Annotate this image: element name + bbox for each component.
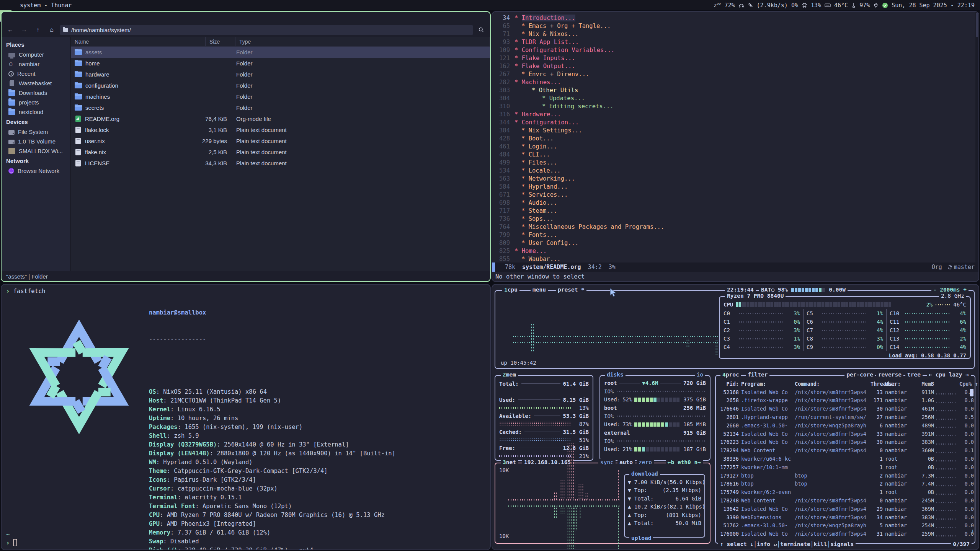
net-zero-button[interactable]: zero <box>637 459 654 465</box>
network-link-icon[interactable] <box>748 2 753 8</box>
org-heading-line[interactable]: 825 * Home... <box>495 247 978 255</box>
volume-level[interactable]: 72% <box>725 2 735 9</box>
org-heading-line[interactable]: 584 * Hyprland... <box>495 183 978 191</box>
org-heading-line[interactable]: 344 * Configuration... <box>495 119 978 127</box>
process-row[interactable]: 177257kworker/10:1-mm_ 1 root0B 0.0 <box>719 463 972 471</box>
sidebar-item[interactable]: Recent <box>2 69 70 78</box>
org-heading-line[interactable]: 316 * Hardware... <box>495 111 978 119</box>
proc-key-hints[interactable]: ↑ select ↓│info ↵│terminate│kill│signals <box>718 541 856 547</box>
net-auto-button[interactable]: auto <box>617 459 635 465</box>
org-heading-line[interactable]: 310 * Editing secrets... <box>495 103 978 111</box>
net-sync-button[interactable]: sync <box>598 459 616 465</box>
file-row[interactable]: hardware Folder <box>71 69 490 80</box>
sidebar-item[interactable]: Computer <box>2 50 70 59</box>
org-heading-line[interactable]: 71 * Nix & Nixos... <box>495 30 978 38</box>
menu-item[interactable] <box>47 17 54 18</box>
file-row[interactable]: home Folder <box>71 58 490 69</box>
preset-button[interactable]: preset * <box>556 287 586 293</box>
proc-header-row[interactable]: Pid:Program: Command:Threads: User:MemB … <box>719 380 972 388</box>
org-heading-line[interactable]: 109 * Configuration Variables... <box>495 46 978 54</box>
reverse-toggle[interactable]: reverse <box>876 372 903 378</box>
menu-item[interactable] <box>13 17 20 18</box>
process-row[interactable]: 178294Web Content /nix/store/sm8fmrf3wps… <box>719 446 972 455</box>
org-buffer[interactable]: 34 * Introduction... 65 * Emacs + Org + … <box>492 12 978 262</box>
org-heading-line[interactable]: 384 * Nix Settings... <box>495 127 978 135</box>
terminal-fastfetch[interactable]: › fastfetch nambiar@smallbox -----------… <box>2 285 490 549</box>
process-row[interactable]: 13642Isolated Web Co /nix/store/sm8fmrf3… <box>719 505 972 513</box>
process-row[interactable]: 178248Web Content /nix/store/sm8fmrf3wps… <box>719 496 972 505</box>
org-heading-line[interactable]: 855 * Waubar... <box>495 255 978 262</box>
file-row[interactable]: flake.lock 3,1 KiB Plain text document <box>71 124 490 135</box>
org-heading-line[interactable]: 282 * Machines... <box>495 78 978 86</box>
sidebar-item[interactable]: projects <box>2 98 70 107</box>
sidebar-device[interactable]: 1,0 TB Volume <box>2 137 70 146</box>
back-button[interactable]: ← <box>5 25 16 35</box>
process-row[interactable]: 38936kworker/u64:6-kc 1 root0B 0.0 <box>719 455 972 463</box>
clock-date[interactable]: Sun, 28 Sep 2025 - 22:19 <box>892 2 975 9</box>
search-button[interactable] <box>475 25 487 35</box>
file-row[interactable]: README.org 76,4 KiB Org-mode file <box>71 113 490 124</box>
file-row[interactable]: machines Folder <box>71 91 490 102</box>
file-row[interactable]: assets Folder <box>71 47 490 58</box>
process-row[interactable]: 175749kworker/6:2-even 1 root0B 0.0 <box>719 488 972 496</box>
io-mode-button[interactable]: io <box>695 372 705 378</box>
file-row[interactable]: user.nix 229 bytes Plain text document <box>71 135 490 147</box>
net-interface-switcher[interactable]: ←b eth0 n→ <box>666 459 703 465</box>
org-heading-line[interactable]: 563 * Networking... <box>495 175 978 183</box>
org-heading-line[interactable]: 534 * Locale... <box>495 167 978 175</box>
net-tab[interactable]: net <box>506 459 516 465</box>
sidebar-item[interactable]: nambiar <box>2 59 70 69</box>
sidebar-item[interactable]: Downloads <box>2 88 70 98</box>
forward-button[interactable]: → <box>18 25 30 35</box>
home-button[interactable]: ⌂ <box>46 25 57 35</box>
sidebar-device[interactable]: SMALLBOX Wi... <box>2 146 70 156</box>
process-row[interactable]: 3390WebExtensions /nix/store/sm8fmrf3wps… <box>719 513 972 522</box>
file-row[interactable]: configuration Folder <box>71 80 490 91</box>
menu-button[interactable]: menu <box>531 287 548 293</box>
org-heading-line[interactable]: 34 * Introduction... <box>495 14 978 22</box>
org-heading-line[interactable]: 809 * User Config... <box>495 239 978 247</box>
menu-item[interactable] <box>5 17 11 18</box>
process-row[interactable]: 2660.emacs-31.0.50- /nix/store/wnqz5pa8r… <box>719 421 972 430</box>
org-heading-line[interactable]: 304 * Updates... <box>495 95 978 103</box>
process-row[interactable]: 52134Isolated Web Co /nix/store/sm8fmrf3… <box>719 430 972 438</box>
cpu-tab[interactable]: cpu <box>508 287 518 293</box>
menu-item[interactable] <box>38 17 45 18</box>
process-row[interactable]: 179127btop btop2 nambiar7.3M 0.0 <box>719 471 972 480</box>
sidebar-device[interactable]: File System <box>2 127 70 137</box>
org-heading-line[interactable]: 736 * Sops... <box>495 215 978 223</box>
sidebar-item[interactable]: nextcloud <box>2 107 70 117</box>
org-heading-line[interactable]: 65 * Emacs + Org + Tangle... <box>495 22 978 30</box>
disks-tab[interactable]: disks <box>605 372 626 378</box>
per-core-toggle[interactable]: per-core <box>844 372 875 378</box>
org-heading-line[interactable]: 484 * CLI... <box>495 151 978 159</box>
sidebar-network-item[interactable]: Browse Network <box>2 166 70 176</box>
org-heading-line[interactable]: 428 * Boot... <box>495 135 978 143</box>
org-heading-line[interactable]: 717 * Steam... <box>495 207 978 215</box>
org-heading-line[interactable]: 698 * Audio... <box>495 199 978 207</box>
btop-window[interactable]: 1cpu menu preset * 22:19:44 BAT○ 98% 0.0… <box>492 285 978 549</box>
file-row[interactable]: secrets Folder <box>71 102 490 113</box>
process-row[interactable]: 176000Isolated Web Co /nix/store/sm8fmrf… <box>719 530 972 538</box>
org-heading-line[interactable]: 121 * Flake Inputs... <box>495 54 978 62</box>
org-heading-line[interactable]: 764 * Miscellaneous Packages and Program… <box>495 223 978 231</box>
scrollbar[interactable] <box>975 12 978 262</box>
idle-inhibit-indicator[interactable]: zzz <box>714 2 721 9</box>
up-button[interactable]: ↑ <box>32 25 44 35</box>
org-heading-line[interactable]: 499 * Files... <box>495 159 978 167</box>
sort-column-selector[interactable]: ← cpu lazy → <box>927 372 971 378</box>
filter-button[interactable]: filter <box>746 372 769 378</box>
sidebar-item[interactable]: Wastebasket <box>2 78 70 88</box>
menu-item[interactable] <box>21 17 28 18</box>
process-row[interactable]: 52368Isolated Web Co /nix/store/sm8fmrf3… <box>719 388 972 396</box>
org-heading-line[interactable]: 671 * Services... <box>495 191 978 199</box>
column-size[interactable]: Size <box>206 37 235 46</box>
proc-tab[interactable]: proc <box>726 372 739 378</box>
process-row[interactable]: 51762.emacs-31.0.50- /nix/store/wnqz5pa8… <box>719 522 972 530</box>
org-heading-line[interactable]: 267 * Envrc + Direnv... <box>495 70 978 78</box>
menu-item[interactable] <box>30 17 37 18</box>
shell-prompt-bottom[interactable]: ~ › <box>6 530 17 547</box>
org-heading-line[interactable]: 303 * Other Utils <box>495 86 978 95</box>
process-row[interactable]: 2658.firefox-wrappe /nix/store/sm8fmrf3w… <box>719 396 972 405</box>
column-type[interactable]: Type <box>235 37 490 46</box>
